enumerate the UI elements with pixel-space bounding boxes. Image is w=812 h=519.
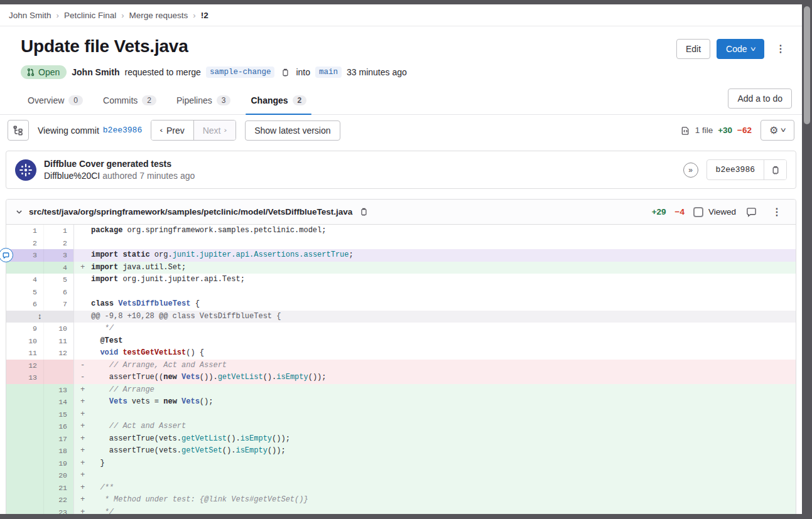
new-line-number[interactable]: 22 <box>44 494 74 506</box>
viewed-label: Viewed <box>708 207 736 217</box>
new-line-number[interactable]: 4 <box>44 262 74 274</box>
tab-overview[interactable]: Overview0 <box>18 88 93 114</box>
breadcrumb-merge-requests-link[interactable]: Merge requests <box>129 11 188 20</box>
old-line-number[interactable]: 6 <box>6 298 44 311</box>
next-commit-button[interactable]: Next › <box>193 120 235 140</box>
new-line-number[interactable]: 14 <box>44 396 74 409</box>
viewing-commit-text: Viewing commit <box>38 126 99 136</box>
new-line-number[interactable]: 3 <box>44 249 74 262</box>
collapse-file-chevron-icon[interactable] <box>15 208 23 216</box>
old-line-number[interactable]: 11 <box>6 347 44 360</box>
diff-row: ↕@@ -9,8 +10,28 @@ class VetsDiffblueTes… <box>6 311 796 323</box>
diff-marker <box>74 249 91 262</box>
code-line <box>91 469 796 482</box>
commit-nav-bar: Viewing commit b2ee3986 ‹ Prev Next › Sh… <box>0 115 802 146</box>
old-line-number[interactable]: 2 <box>6 237 44 250</box>
scrollbar-thumb[interactable] <box>804 6 810 124</box>
code-dropdown-button[interactable]: Code ˅ <box>717 39 764 59</box>
new-line-number[interactable]: 12 <box>44 347 74 360</box>
file-comment-button[interactable] <box>745 206 758 218</box>
copy-file-path-button[interactable] <box>358 206 369 218</box>
old-line-number[interactable]: 4 <box>6 274 44 286</box>
code-line: import java.util.Set; <box>91 262 796 274</box>
breadcrumb-user-link[interactable]: John Smith <box>9 11 51 20</box>
diff-file-card: src/test/java/org/springframework/sample… <box>6 199 796 519</box>
diff-settings-button[interactable]: ⚙ ˅ <box>761 120 794 141</box>
new-line-number[interactable]: 7 <box>44 298 74 311</box>
diff-row: 17+ assertTrue(vets.getVetList().isEmpty… <box>6 433 796 446</box>
diff-marker <box>74 274 91 286</box>
clipboard-icon <box>359 207 368 217</box>
show-latest-version-button[interactable]: Show latest version <box>245 120 340 141</box>
diff-row: 22 <box>6 237 796 250</box>
target-branch-link[interactable]: main <box>315 67 342 78</box>
new-line-number[interactable]: 15 <box>44 409 74 421</box>
prev-commit-button[interactable]: ‹ Prev <box>151 120 193 140</box>
old-line-number[interactable] <box>6 457 44 470</box>
old-line-number[interactable]: 1 <box>6 225 44 237</box>
diff-row: 67class VetsDiffblueTest { <box>6 298 796 311</box>
old-line-number[interactable] <box>6 396 44 409</box>
new-line-number[interactable]: 11 <box>44 335 74 348</box>
expand-commit-details-button[interactable]: » <box>683 163 698 178</box>
viewing-commit-sha-link[interactable]: b2ee3986 <box>103 126 142 135</box>
old-line-number[interactable] <box>6 469 44 482</box>
new-line-number[interactable]: 16 <box>44 420 74 433</box>
old-line-number[interactable] <box>6 420 44 433</box>
commit-pager: ‹ Prev Next › <box>151 120 236 141</box>
new-line-number[interactable]: 18 <box>44 445 74 457</box>
file-path-link[interactable]: src/test/java/org/springframework/sample… <box>29 207 352 217</box>
new-line-number[interactable]: 5 <box>44 274 74 286</box>
file-additions-count: +29 <box>652 207 666 217</box>
chevron-left-icon: ‹ <box>160 127 163 134</box>
new-line-number[interactable]: 17 <box>44 433 74 446</box>
add-todo-button[interactable]: Add a to do <box>728 88 792 109</box>
old-line-number[interactable] <box>6 433 44 446</box>
old-line-number[interactable]: 5 <box>6 286 44 299</box>
new-line-number[interactable]: 2 <box>44 237 74 250</box>
source-branch-link[interactable]: sample-change <box>206 67 275 78</box>
commit-title-link[interactable]: Diffblue Cover generated tests <box>44 159 676 169</box>
diff-marker: - <box>74 372 91 384</box>
diff-marker <box>74 335 91 348</box>
copy-sha-button[interactable] <box>764 160 786 179</box>
new-line-number[interactable]: 10 <box>44 323 74 335</box>
diff-marker <box>74 286 91 299</box>
new-line-number[interactable]: 6 <box>44 286 74 299</box>
file-options-button[interactable]: ⋮ <box>767 205 787 220</box>
code-line: void testGetVetList() { <box>91 347 796 360</box>
old-line-number[interactable] <box>6 445 44 457</box>
tab-commits[interactable]: Commits2 <box>93 88 166 114</box>
old-line-number[interactable] <box>6 384 44 397</box>
new-line-number[interactable] <box>44 372 74 384</box>
window-top-edge <box>0 0 812 4</box>
more-actions-button[interactable]: ⋮ <box>771 41 791 56</box>
viewed-checkbox[interactable] <box>693 207 703 217</box>
new-line-number[interactable]: 20 <box>44 469 74 482</box>
old-line-number[interactable]: 12 <box>6 360 44 372</box>
old-line-number[interactable] <box>6 409 44 421</box>
copy-branch-button[interactable] <box>279 67 291 78</box>
new-line-number[interactable]: 13 <box>44 384 74 397</box>
diff-marker <box>74 237 91 250</box>
old-line-number[interactable]: 13 <box>6 372 44 384</box>
old-line-number[interactable]: 9 <box>6 323 44 335</box>
old-line-number[interactable] <box>6 494 44 506</box>
old-line-number[interactable] <box>6 262 44 274</box>
code-line: class VetsDiffblueTest { <box>91 298 796 311</box>
diff-marker <box>74 323 91 335</box>
code-line: assertTrue((new Vets()).getVetList().isE… <box>91 372 796 384</box>
new-line-number[interactable]: 21 <box>44 482 74 495</box>
expand-hunk-button[interactable]: ↕ <box>6 311 74 323</box>
edit-button[interactable]: Edit <box>676 39 710 59</box>
new-line-number[interactable]: 19 <box>44 457 74 470</box>
old-line-number[interactable] <box>6 482 44 495</box>
tab-changes[interactable]: Changes2 <box>241 88 317 114</box>
new-line-number[interactable]: 1 <box>44 225 74 237</box>
breadcrumb-project-link[interactable]: Petclinic Final <box>64 11 116 20</box>
file-tree-toggle-button[interactable] <box>8 120 29 141</box>
tab-pipelines[interactable]: Pipelines3 <box>166 88 241 114</box>
code-line <box>91 237 796 250</box>
new-line-number[interactable] <box>44 360 74 372</box>
old-line-number[interactable]: 10 <box>6 335 44 348</box>
